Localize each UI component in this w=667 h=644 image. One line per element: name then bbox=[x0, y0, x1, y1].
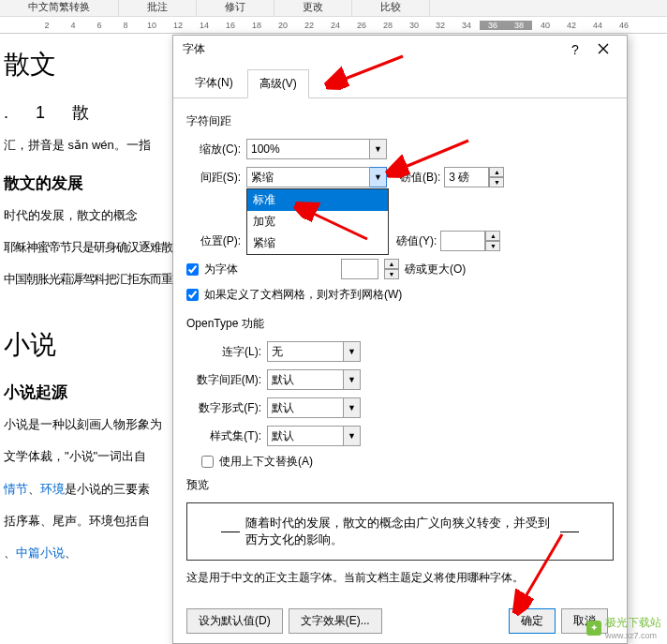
spacing-option-condensed[interactable]: 紧缩 bbox=[247, 232, 388, 254]
kerning-pts-down[interactable]: ▼ bbox=[384, 269, 399, 279]
tab-advanced[interactable]: 高级(V) bbox=[247, 69, 309, 98]
kerning-label-suffix: 磅或更大(O) bbox=[405, 262, 466, 277]
close-icon bbox=[598, 43, 609, 54]
ribbon-bar: 中文简繁转换 批注 修订 更改 比较 bbox=[0, 0, 667, 17]
font-dialog: 字体 ? 字体(N) 高级(V) 字符间距 缩放(C): ▼ 间距(S): ▼ … bbox=[172, 35, 628, 644]
numform-dropdown-button[interactable]: ▼ bbox=[344, 397, 361, 418]
spacing-option-expanded[interactable]: 加宽 bbox=[247, 211, 388, 232]
spacing-dropdown-button[interactable]: ▼ bbox=[370, 167, 387, 187]
kerning-pts-input[interactable] bbox=[341, 259, 378, 279]
watermark-url: www.xz7.com bbox=[605, 631, 661, 640]
kerning-checkbox[interactable] bbox=[186, 263, 199, 276]
grid-label: 如果定义了文档网格，则对齐到网格(W) bbox=[204, 287, 402, 303]
spacing-option-standard[interactable]: 标准 bbox=[247, 189, 388, 211]
ribbon-changes[interactable]: 更改 bbox=[274, 0, 352, 16]
context-label: 使用上下文替换(A) bbox=[219, 454, 313, 470]
link-novella[interactable]: 中篇小说 bbox=[16, 546, 65, 560]
ribbon-comment[interactable]: 批注 bbox=[119, 0, 197, 16]
watermark-text: 极光下载站 bbox=[605, 615, 661, 631]
preview-text: 随着时代的发展，散文的概念由广义向狭义转变，并受到西方文化的影响。 bbox=[245, 515, 555, 548]
ribbon-track[interactable]: 修订 bbox=[197, 0, 274, 16]
section-opentype-label: OpenType 功能 bbox=[186, 316, 614, 332]
watermark: ✦ 极光下载站 www.xz7.com bbox=[586, 615, 661, 640]
position-pts-label: 磅值(Y): bbox=[396, 233, 437, 249]
watermark-logo-icon: ✦ bbox=[586, 621, 601, 636]
preview-box: 随着时代的发展，散文的概念由广义向狭义转变，并受到西方文化的影响。 bbox=[186, 502, 614, 561]
ligature-label: 连字(L): bbox=[186, 344, 267, 360]
tab-font[interactable]: 字体(N) bbox=[183, 68, 245, 97]
position-pts-up[interactable]: ▲ bbox=[485, 231, 500, 241]
stylistic-input[interactable] bbox=[267, 426, 344, 446]
dialog-titlebar: 字体 ? bbox=[173, 36, 627, 63]
ligature-dropdown-button[interactable]: ▼ bbox=[344, 341, 361, 362]
ok-button[interactable]: 确定 bbox=[509, 608, 556, 634]
scale-label: 缩放(C): bbox=[186, 142, 246, 157]
numspacing-input[interactable] bbox=[267, 369, 344, 390]
spacing-pts-down[interactable]: ▼ bbox=[489, 177, 504, 187]
numspacing-dropdown-button[interactable]: ▼ bbox=[344, 369, 361, 390]
ribbon-convert[interactable]: 中文简繁转换 bbox=[0, 0, 119, 16]
preview-note: 这是用于中文的正文主题字体。当前文档主题定义将使用哪种字体。 bbox=[186, 570, 614, 586]
numform-label: 数字形式(F): bbox=[186, 400, 267, 416]
ruler: 2468101214161820222426283032343638404244… bbox=[0, 17, 667, 34]
spacing-pts-label: 磅值(B): bbox=[400, 170, 440, 186]
numspacing-label: 数字间距(M): bbox=[186, 372, 267, 388]
ribbon-compare[interactable]: 比较 bbox=[352, 0, 430, 16]
scale-input[interactable] bbox=[246, 139, 370, 159]
link-env[interactable]: 环境 bbox=[40, 482, 65, 496]
spacing-dropdown-list: 标准 加宽 紧缩 bbox=[246, 188, 389, 255]
spacing-label: 间距(S): bbox=[186, 170, 246, 186]
numform-input[interactable] bbox=[267, 397, 344, 418]
position-label: 位置(P): bbox=[186, 233, 246, 249]
spacing-input[interactable] bbox=[246, 167, 370, 187]
grid-checkbox[interactable] bbox=[186, 289, 199, 301]
context-checkbox[interactable] bbox=[201, 456, 214, 468]
spacing-pts-input[interactable] bbox=[444, 167, 489, 187]
ligature-input[interactable] bbox=[267, 341, 344, 362]
dialog-title: 字体 bbox=[183, 41, 205, 57]
set-default-button[interactable]: 设为默认值(D) bbox=[186, 608, 283, 634]
stylistic-dropdown-button[interactable]: ▼ bbox=[344, 426, 361, 446]
scale-dropdown-button[interactable]: ▼ bbox=[370, 139, 387, 159]
section-spacing-label: 字符间距 bbox=[186, 113, 614, 129]
spacing-pts-up[interactable]: ▲ bbox=[489, 167, 504, 177]
kerning-label-prefix: 为字体 bbox=[204, 262, 238, 277]
dialog-tabs: 字体(N) 高级(V) bbox=[173, 63, 627, 98]
close-button[interactable] bbox=[589, 42, 617, 57]
link-plot[interactable]: 情节 bbox=[4, 482, 28, 496]
text-effects-button[interactable]: 文字效果(E)... bbox=[289, 608, 382, 634]
position-pts-input[interactable] bbox=[440, 231, 485, 251]
kerning-pts-up[interactable]: ▲ bbox=[384, 259, 399, 269]
help-button[interactable]: ? bbox=[561, 42, 589, 57]
stylistic-label: 样式集(T): bbox=[186, 428, 267, 444]
position-pts-down[interactable]: ▼ bbox=[485, 241, 500, 251]
preview-label: 预览 bbox=[186, 477, 614, 493]
